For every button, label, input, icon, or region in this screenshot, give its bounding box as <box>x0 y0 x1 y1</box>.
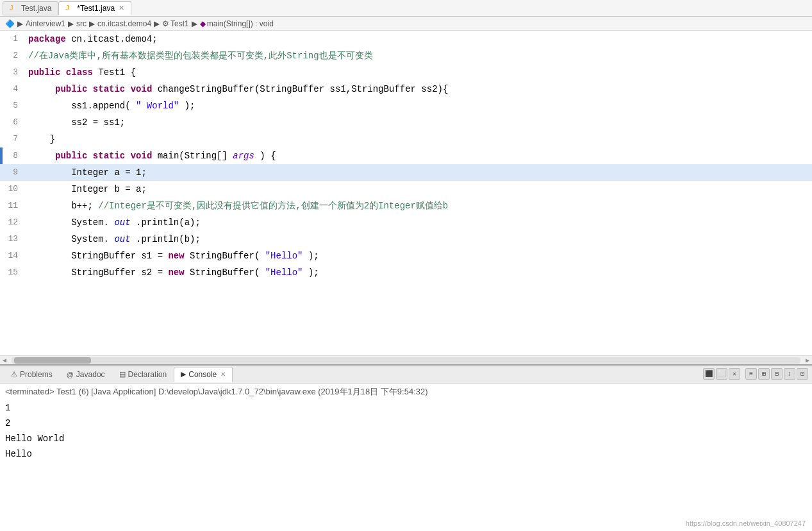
line-content: b++; //Integer是不可变类,因此没有提供它值的方法,创建一个新值为2… <box>26 198 812 214</box>
line-content: System. out .println(a); <box>26 214 812 231</box>
line-content: public static void changeStringBuffer(St… <box>26 81 812 97</box>
line-number: 9 <box>0 164 26 181</box>
table-row: 13 System. out .println(b); <box>0 231 812 248</box>
line-content: StringBuffer s2 = new StringBuffer( "Hel… <box>26 264 812 281</box>
bottom-panel: ⚠ Problems @ Javadoc ▤ Declaration ▶ Con… <box>0 364 812 531</box>
line-number: 15 <box>0 264 26 281</box>
table-row: 12 System. out .println(a); <box>0 214 812 231</box>
table-row: 10 Integer b = a; <box>0 181 812 198</box>
console-line-1: 1 <box>5 400 807 416</box>
line-content: ss1.append( " World" ); <box>26 97 812 114</box>
line-content: public static void main(String[] args ) … <box>26 148 812 164</box>
breadcrumb-item-4[interactable]: ⚙ <box>162 19 169 28</box>
toolbar-btn-5[interactable]: ⊡ <box>797 368 808 380</box>
table-row: 5 ss1.append( " World" ); <box>0 97 812 114</box>
editor-tab-bar: J Test.java J *Test1.java ✕ <box>0 0 812 17</box>
line-content: public class Test1 { <box>26 64 812 81</box>
code-container[interactable]: 1 package cn.itcast.demo4; 2 //在Java类库中,… <box>0 31 812 355</box>
horizontal-scrollbar[interactable]: ◀ ▶ <box>0 355 812 364</box>
tab-declaration[interactable]: ▤ Declaration <box>112 367 174 382</box>
table-row: 3 public class Test1 { <box>0 64 812 81</box>
line-number: 14 <box>0 248 26 264</box>
breadcrumb-item-method-icon: ◆ <box>200 19 206 28</box>
line-number: 12 <box>0 214 26 231</box>
scroll-track[interactable] <box>12 357 800 364</box>
line-number: 2 <box>0 47 26 64</box>
table-row: 11 b++; //Integer是不可变类,因此没有提供它值的方法,创建一个新… <box>0 198 812 214</box>
code-lines: 1 package cn.itcast.demo4; 2 //在Java类库中,… <box>0 31 812 355</box>
toolbar-btn-2[interactable]: ⊞ <box>758 368 770 380</box>
breadcrumb-icon: 🔷 <box>5 19 15 28</box>
line-number: 7 <box>0 131 26 148</box>
table-row: 9 Integer a = 1; <box>0 164 812 181</box>
line-number: 1 <box>0 31 26 47</box>
breakpoint-indicator <box>0 148 3 164</box>
line-number: 4 <box>0 81 26 97</box>
console-output: <terminated> Test1 (6) [Java Application… <box>0 384 812 531</box>
line-content: } <box>26 131 812 148</box>
maximize-button[interactable]: ⬜ <box>716 368 727 380</box>
javadoc-icon: @ <box>67 371 74 378</box>
panel-toolbar: ⬛ ⬜ ✕ ≡ ⊞ ⊟ ↕ ⊡ <box>703 368 808 380</box>
tab-javadoc[interactable]: @ Javadoc <box>60 367 112 382</box>
tab-console-label: Console <box>188 370 217 379</box>
line-number: 5 <box>0 97 26 114</box>
tab-label-active: *Test1.java <box>77 4 115 13</box>
breadcrumb-classname[interactable]: Test1 <box>170 19 189 28</box>
tab-close-button[interactable]: ✕ <box>119 4 124 12</box>
line-content: Integer a = 1; <box>26 164 812 181</box>
table-row: 2 //在Java类库中,所有基本数据类型的包装类都是不可变类,此外String… <box>0 47 812 64</box>
table-row: 6 ss2 = ss1; <box>0 114 812 131</box>
console-icon: ▶ <box>181 370 186 378</box>
table-row: 4 public static void changeStringBuffer(… <box>0 81 812 97</box>
breadcrumb: 🔷 ▶ Ainterview1 ▶ src ▶ cn.itcast.demo4 … <box>0 17 812 31</box>
tab-declaration-label: Declaration <box>128 370 167 379</box>
tab-console[interactable]: ▶ Console ✕ <box>174 367 233 382</box>
line-number: 6 <box>0 114 26 131</box>
console-line-2: 2 <box>5 416 807 431</box>
line-number: 10 <box>0 181 26 198</box>
line-number: 3 <box>0 64 26 81</box>
close-panel-button[interactable]: ✕ <box>729 368 740 380</box>
line-content: Integer b = a; <box>26 181 812 198</box>
console-status: <terminated> Test1 (6) [Java Application… <box>5 386 807 398</box>
tab-label: Test.java <box>21 4 51 13</box>
toolbar-btn-3[interactable]: ⊟ <box>771 368 783 380</box>
tab-test-java[interactable]: J Test.java <box>3 1 58 15</box>
table-row: 1 package cn.itcast.demo4; <box>0 31 812 47</box>
breadcrumb-item-2[interactable]: src <box>76 19 87 28</box>
minimize-button[interactable]: ⬛ <box>703 368 715 380</box>
table-row: 7 } <box>0 131 812 148</box>
scroll-left-button[interactable]: ◀ <box>0 357 9 364</box>
declaration-icon: ▤ <box>119 370 126 378</box>
line-content: package cn.itcast.demo4; <box>26 31 812 47</box>
line-content: //在Java类库中,所有基本数据类型的包装类都是不可变类,此外String也是… <box>26 47 812 64</box>
console-line-3: Hello World <box>5 431 807 446</box>
scroll-thumb[interactable] <box>14 357 91 364</box>
breadcrumb-method[interactable]: main(String[]) : void <box>207 19 274 28</box>
panel-tab-bar: ⚠ Problems @ Javadoc ▤ Declaration ▶ Con… <box>0 366 812 384</box>
toolbar-btn-4[interactable]: ↕ <box>784 368 795 380</box>
breadcrumb-item-3[interactable]: cn.itcast.demo4 <box>97 19 151 28</box>
problems-icon: ⚠ <box>11 370 17 378</box>
line-number: 8 <box>0 148 26 164</box>
editor-area: 1 package cn.itcast.demo4; 2 //在Java类库中,… <box>0 31 812 364</box>
tab-problems-label: Problems <box>20 370 53 379</box>
line-content: StringBuffer s1 = new StringBuffer( "Hel… <box>26 248 812 264</box>
table-row: 14 StringBuffer s1 = new StringBuffer( "… <box>0 248 812 264</box>
scroll-right-button[interactable]: ▶ <box>803 357 812 364</box>
line-number: 13 <box>0 231 26 248</box>
tab-problems[interactable]: ⚠ Problems <box>4 367 60 382</box>
toolbar-btn-1[interactable]: ≡ <box>745 368 757 380</box>
console-tab-close[interactable]: ✕ <box>220 371 226 378</box>
watermark: https://blog.csdn.net/weixin_40807247 <box>686 519 806 527</box>
table-row: 15 StringBuffer s2 = new StringBuffer( "… <box>0 264 812 281</box>
table-row: 8 public static void main(String[] args … <box>0 148 812 164</box>
breadcrumb-item-1[interactable]: Ainterview1 <box>26 19 65 28</box>
java-file-icon-2: J <box>65 4 74 13</box>
line-content: System. out .println(b); <box>26 231 812 248</box>
java-file-icon: J <box>10 4 19 13</box>
tab-javadoc-label: Javadoc <box>76 370 105 379</box>
tab-test1-java[interactable]: J *Test1.java ✕ <box>58 1 131 15</box>
console-line-4: Hello <box>5 446 807 462</box>
